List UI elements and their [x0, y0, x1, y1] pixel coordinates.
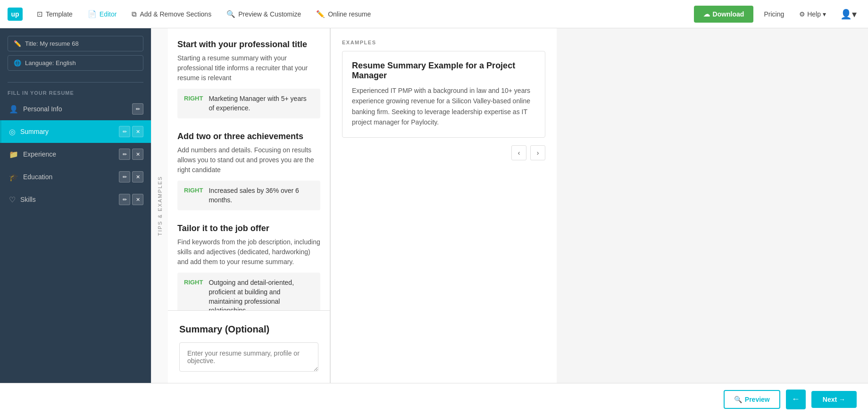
nav-editor[interactable]: 📄 Editor	[81, 6, 124, 22]
help-icon: ⚙	[799, 10, 805, 18]
sidebar-item-personal-info[interactable]: 👤 Personal Info ✏	[0, 98, 151, 120]
example-card-text: Experienced IT PMP with a background in …	[352, 85, 535, 128]
nav-online-resume[interactable]: ✏️ Online resume	[309, 6, 377, 22]
examples-label: EXAMPLES	[342, 40, 545, 45]
preview-button[interactable]: 🔍 Preview	[724, 390, 780, 409]
download-icon: ☁	[703, 10, 710, 18]
personal-info-icon: 👤	[9, 105, 18, 114]
sidebar-header: ✏️ Title: My resume 68 🌐 Language: Engli…	[0, 28, 151, 78]
summary-delete-button[interactable]: ✕	[132, 126, 143, 137]
skills-edit-button[interactable]: ✏	[119, 194, 130, 205]
sidebar-item-skills[interactable]: ♡ Skills ✏ ✕	[0, 188, 151, 211]
preview-icon: 🔍	[226, 10, 235, 18]
tip-1-badge: RIGHT	[184, 94, 203, 102]
top-navigation: up ⊡ Template 📄 Editor ⧉ Add & Remove Se…	[0, 0, 868, 28]
sidebar-item-summary[interactable]: ◎ Summary ✏ ✕	[0, 120, 151, 143]
next-label: Next →	[823, 396, 845, 403]
globe-icon: 🌐	[14, 59, 21, 66]
example-navigation: ‹ ›	[342, 145, 545, 160]
sidebar-divider	[8, 82, 143, 83]
tip-1: Start with your professional title Start…	[177, 40, 320, 118]
tip-1-title: Start with your professional title	[177, 40, 320, 50]
main-layout: ✏️ Title: My resume 68 🌐 Language: Engli…	[0, 28, 868, 383]
sidebar-item-skills-label: Skills	[20, 196, 119, 203]
sidebar-item-personal-info-actions: ✏	[132, 103, 143, 115]
personal-info-edit-button[interactable]: ✏	[132, 103, 143, 115]
summary-icon: ◎	[9, 127, 16, 136]
tip-3-desc: Find keywords from the job description, …	[177, 237, 320, 267]
editor-icon: 📄	[88, 10, 97, 18]
download-button[interactable]: ☁ Download	[694, 6, 754, 23]
online-resume-icon: ✏️	[316, 10, 325, 18]
tips-content: Start with your professional title Start…	[168, 28, 330, 310]
education-icon: 🎓	[9, 173, 18, 182]
summary-section-title: Summary (Optional)	[179, 324, 318, 335]
experience-edit-button[interactable]: ✏	[119, 149, 130, 160]
education-delete-button[interactable]: ✕	[132, 171, 143, 183]
example-next-button[interactable]: ›	[530, 145, 545, 160]
nav-template[interactable]: ⊡ Template	[30, 6, 79, 22]
sidebar-item-education-actions: ✏ ✕	[119, 171, 143, 183]
sidebar-item-education[interactable]: 🎓 Education ✏ ✕	[0, 166, 151, 188]
fill-label: FILL IN YOUR RESUME	[0, 86, 151, 98]
tip-1-desc: Starting a resume summary with your prof…	[177, 53, 320, 83]
summary-section: Summary (Optional)	[168, 310, 330, 383]
examples-panel: EXAMPLES Resume Summary Example for a Pr…	[330, 28, 557, 383]
nav-add-remove-label: Add & Remove Sections	[140, 10, 211, 18]
tip-2-desc: Add numbers and details. Focusing on res…	[177, 145, 320, 175]
nav-online-resume-label: Online resume	[328, 10, 371, 18]
sidebar-item-skills-actions: ✏ ✕	[119, 194, 143, 205]
next-button[interactable]: Next →	[811, 391, 857, 408]
nav-preview-customize[interactable]: 🔍 Preview & Customize	[220, 6, 308, 22]
tips-rotated-label: TIPS & EXAMPLES	[151, 28, 168, 383]
summary-edit-button[interactable]: ✏	[119, 126, 130, 137]
sidebar-item-summary-actions: ✏ ✕	[119, 126, 143, 137]
experience-icon: 📁	[9, 150, 18, 159]
tip-3: Tailor it to the job offer Find keywords…	[177, 224, 320, 310]
nav-add-remove[interactable]: ⧉ Add & Remove Sections	[125, 6, 218, 22]
add-remove-icon: ⧉	[132, 10, 137, 18]
example-card-title: Resume Summary Example for a Project Man…	[352, 61, 535, 81]
skills-delete-button[interactable]: ✕	[132, 194, 143, 205]
logo[interactable]: up	[8, 8, 23, 21]
tip-3-title: Tailor it to the job offer	[177, 224, 320, 233]
tip-3-example-text: Outgoing and detail-oriented, proficient…	[209, 278, 314, 310]
tip-2-badge: RIGHT	[184, 186, 203, 194]
pricing-link[interactable]: Pricing	[759, 7, 789, 22]
preview-search-icon: 🔍	[734, 396, 742, 403]
tip-2-example-text: Increased sales by 36% over 6 months.	[209, 186, 314, 205]
tip-1-example: RIGHT Marketing Manager with 5+ years of…	[177, 89, 320, 118]
account-button[interactable]: 👤▾	[836, 5, 860, 24]
back-icon: ←	[792, 394, 800, 404]
template-icon: ⊡	[37, 10, 43, 18]
example-card: Resume Summary Example for a Project Man…	[342, 51, 545, 138]
sidebar-item-experience[interactable]: 📁 Experience ✏ ✕	[0, 143, 151, 166]
skills-icon: ♡	[9, 195, 16, 204]
tip-2-title: Add two or three achievements	[177, 132, 320, 141]
download-label: Download	[713, 10, 744, 18]
title-label: Title: My resume 68	[25, 40, 79, 47]
nav-preview-label: Preview & Customize	[238, 10, 301, 18]
education-edit-button[interactable]: ✏	[119, 171, 130, 183]
experience-delete-button[interactable]: ✕	[132, 149, 143, 160]
help-chevron-icon: ▾	[823, 10, 826, 18]
bottom-bar: 🔍 Preview ← Next →	[0, 383, 868, 415]
content-area: TIPS & EXAMPLES Start with your professi…	[151, 28, 868, 383]
sidebar-item-experience-actions: ✏ ✕	[119, 149, 143, 160]
sidebar-item-personal-info-label: Personal Info	[23, 105, 132, 113]
back-button[interactable]: ←	[786, 390, 806, 409]
sidebar-item-summary-label: Summary	[20, 128, 119, 135]
sidebar-item-education-label: Education	[23, 173, 119, 181]
tip-2: Add two or three achievements Add number…	[177, 132, 320, 210]
title-button[interactable]: ✏️ Title: My resume 68	[8, 36, 143, 51]
nav-items: ⊡ Template 📄 Editor ⧉ Add & Remove Secti…	[30, 6, 694, 22]
summary-textarea[interactable]	[179, 342, 318, 372]
help-link[interactable]: ⚙ Help ▾	[794, 7, 831, 22]
tip-1-example-text: Marketing Manager with 5+ years of exper…	[209, 94, 314, 113]
nav-right: ☁ Download Pricing ⚙ Help ▾ 👤▾	[694, 5, 860, 24]
language-button[interactable]: 🌐 Language: English	[8, 55, 143, 71]
sidebar: ✏️ Title: My resume 68 🌐 Language: Engli…	[0, 28, 151, 383]
tips-panel: TIPS & EXAMPLES Start with your professi…	[151, 28, 330, 383]
sidebar-item-experience-label: Experience	[23, 150, 119, 158]
example-prev-button[interactable]: ‹	[511, 145, 526, 160]
